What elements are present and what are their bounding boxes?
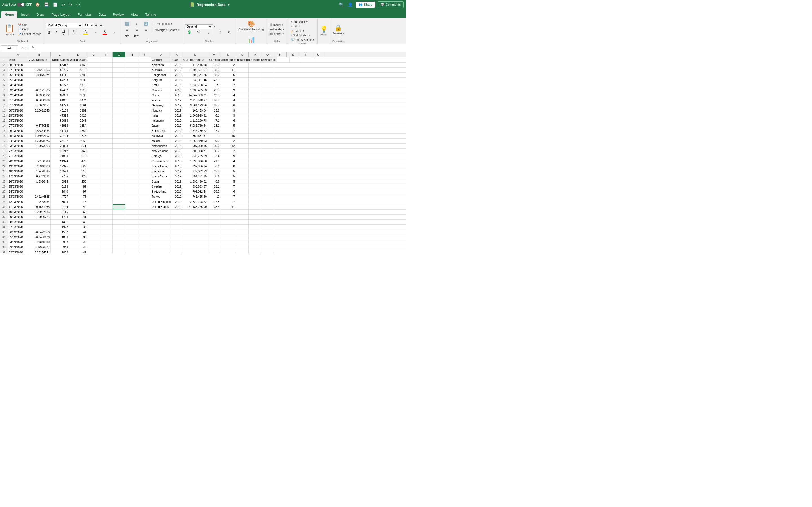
cell-m19[interactable]: 30.7 [208, 149, 220, 154]
cell-f3[interactable] [100, 68, 113, 72]
cell-p26[interactable] [249, 184, 261, 189]
paste-dropdown-icon[interactable]: ▼ [12, 33, 15, 36]
tab-page-layout[interactable]: Page Layout [48, 11, 73, 18]
cell-j5[interactable]: Belgium [151, 78, 171, 82]
cell-e38[interactable] [87, 245, 100, 250]
cell-m34[interactable] [208, 225, 220, 230]
cell-j27[interactable]: Switzerland [151, 189, 171, 194]
cell-q26[interactable] [261, 184, 274, 189]
cell-c27[interactable]: 5640 [51, 189, 69, 194]
cell-d27[interactable]: 97 [69, 189, 87, 194]
accept-formula-btn[interactable]: ✓ [26, 45, 30, 50]
cell-b35[interactable]: -0.8472616 [28, 230, 51, 235]
cell-e10[interactable] [87, 103, 100, 108]
cell-h31[interactable] [125, 210, 138, 214]
cell-g14[interactable] [113, 123, 125, 128]
cell-i19[interactable] [138, 149, 151, 154]
cell-m9[interactable]: 26.5 [208, 98, 220, 103]
cell-p17[interactable] [249, 138, 261, 144]
cell-f39[interactable] [100, 250, 113, 253]
cell-g30[interactable] [113, 205, 125, 209]
cell-g12[interactable] [113, 113, 125, 118]
cell-a15[interactable]: 26/03/2020 [8, 128, 28, 133]
highlight-dropdown-btn[interactable]: ▼ [91, 31, 100, 34]
cell-i17[interactable] [138, 138, 151, 144]
cell-b22[interactable]: 0.15310323 [28, 164, 51, 169]
cell-h32[interactable] [125, 215, 138, 219]
cell-o23[interactable] [236, 169, 249, 174]
cell-q21[interactable] [261, 159, 274, 164]
cell-m13[interactable]: 7.1 [208, 118, 220, 123]
cell-f36[interactable] [100, 235, 113, 240]
cell-l16[interactable]: 364,681.37 [183, 133, 208, 138]
cell-g2[interactable] [113, 62, 125, 67]
cell-b25[interactable]: -1.6316444 [28, 179, 51, 184]
cell-g8[interactable] [113, 93, 125, 98]
cell-p27[interactable] [249, 189, 261, 194]
cell-i30[interactable] [138, 205, 151, 209]
cell-j9[interactable]: France [151, 98, 171, 103]
col-header-t[interactable]: T [299, 52, 312, 57]
cell-g25[interactable] [113, 179, 125, 184]
align-bottom-button[interactable]: ⬇️ [142, 21, 151, 26]
cell-q33[interactable] [261, 220, 274, 224]
cell-o27[interactable] [236, 189, 249, 194]
cell-a19[interactable]: 22/03/2020 [8, 149, 28, 154]
cell-d15[interactable]: 1759 [69, 128, 87, 133]
cell-n21[interactable]: 4 [220, 159, 236, 164]
row-num-27[interactable]: 27 [0, 189, 8, 194]
cell-h2[interactable] [125, 62, 138, 67]
cell-j35[interactable] [151, 230, 171, 235]
row-num-12[interactable]: 12 [0, 113, 8, 118]
cell-j3[interactable]: Australia [151, 68, 171, 72]
cell-i31[interactable] [138, 210, 151, 214]
decrease-indent-btn[interactable]: ◀≡ [123, 33, 132, 38]
cell-b34[interactable] [28, 225, 51, 230]
cell-g9[interactable] [113, 98, 125, 103]
cell-b10[interactable]: 0.40002454 [28, 103, 51, 108]
cell-f15[interactable] [100, 128, 113, 133]
cell-d33[interactable]: 40 [69, 220, 87, 224]
row-num-20[interactable]: 20 [0, 154, 8, 159]
cell-p35[interactable] [249, 230, 261, 235]
cell-h24[interactable] [125, 174, 138, 179]
cell-p4[interactable] [249, 73, 261, 77]
cell-i11[interactable] [138, 108, 151, 113]
cell-n29[interactable]: 7 [220, 200, 236, 204]
align-top-button[interactable]: ⬆️ [123, 21, 132, 26]
decrease-decimal-btn[interactable]: 0. [225, 30, 234, 34]
cell-f30[interactable] [100, 205, 113, 209]
row-num-3[interactable]: 3 [0, 68, 8, 72]
cell-q28[interactable] [261, 194, 274, 199]
cell-e23[interactable] [87, 169, 100, 174]
cell-i38[interactable] [138, 245, 151, 250]
row-num-1[interactable]: 1 [0, 57, 8, 62]
cell-m21[interactable]: 41.8 [208, 159, 220, 164]
cell-b20[interactable] [28, 154, 51, 159]
cell-j21[interactable]: Russian Fede [151, 159, 171, 164]
cell-p32[interactable] [249, 215, 261, 219]
pdf-btn[interactable]: 📄 [52, 2, 58, 7]
cell-a2[interactable]: 08/04/2020 [8, 62, 28, 67]
percent-btn[interactable]: % [194, 30, 203, 35]
cell-a31[interactable]: 10/03/2020 [8, 210, 28, 214]
borders-dropdown[interactable]: ▼ [73, 33, 75, 36]
insert-dropdown[interactable]: ▼ [282, 24, 284, 26]
cell-n33[interactable] [220, 220, 236, 224]
cell-o39[interactable] [236, 250, 249, 253]
ideas-button[interactable]: 💡 Ideas [319, 22, 328, 40]
cell-d17[interactable]: 1058 [69, 138, 87, 144]
cell-i34[interactable] [138, 225, 151, 230]
cell-d1[interactable]: World Deaths [69, 57, 87, 62]
cell-h36[interactable] [125, 235, 138, 240]
share-button[interactable]: 👥 Share [356, 2, 375, 8]
delete-button[interactable]: ➖ Delete ▼ [268, 27, 286, 32]
row-num-35[interactable]: 35 [0, 230, 8, 235]
cell-j36[interactable] [151, 235, 171, 240]
cell-l25[interactable]: 1,393,490.52 [183, 179, 208, 184]
cell-l5[interactable]: 533,097.46 [183, 78, 208, 82]
cell-q34[interactable] [261, 225, 274, 230]
number-format-select[interactable]: General [185, 24, 213, 29]
cell-e3[interactable] [87, 68, 100, 72]
merge-center-button[interactable]: ⊟ Merge & Centre ▼ [153, 28, 181, 32]
